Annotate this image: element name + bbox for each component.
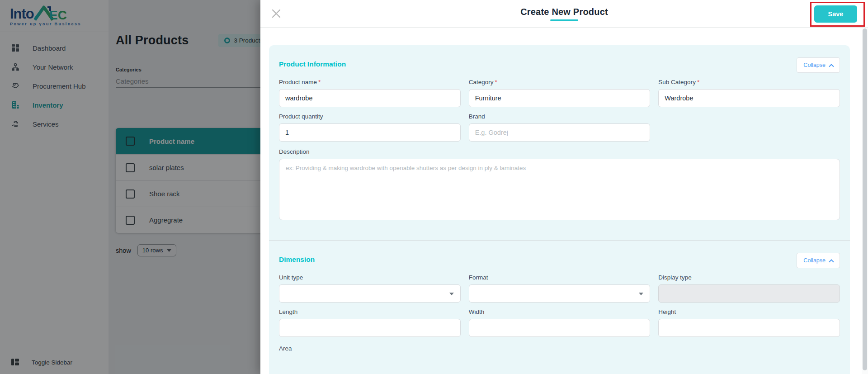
section-product-information: Product Information Collapse Product nam… [279, 45, 840, 220]
collapse-button[interactable]: Collapse [797, 57, 840, 73]
format-select[interactable] [469, 284, 651, 303]
field-display-type: Display type [658, 274, 840, 303]
field-length: Length [279, 308, 461, 337]
width-input[interactable] [469, 319, 651, 337]
form-card: Product Information Collapse Product nam… [269, 45, 850, 374]
category-input[interactable] [469, 89, 651, 107]
modal-backdrop[interactable] [0, 0, 260, 374]
modal-header: Create New Product Save [260, 0, 868, 28]
chevron-up-icon [829, 64, 834, 69]
product-name-input[interactable] [279, 89, 461, 107]
description-textarea[interactable] [279, 159, 840, 220]
field-format: Format [469, 274, 651, 303]
save-button-highlight: Save [810, 2, 865, 27]
close-icon[interactable] [269, 7, 283, 20]
field-unit-type: Unit type [279, 274, 461, 303]
modal-scrollbar-thumb[interactable] [863, 28, 867, 370]
collapse-button[interactable]: Collapse [797, 253, 840, 268]
modal-body: Product Information Collapse Product nam… [260, 28, 868, 374]
section-title: Product Information [279, 57, 346, 68]
title-underline [550, 19, 578, 21]
field-description: Description [279, 148, 840, 220]
create-product-modal: Create New Product Save Product Informat… [260, 0, 868, 374]
required-mark: * [697, 79, 699, 85]
required-mark: * [495, 79, 497, 85]
field-brand: Brand [469, 113, 651, 142]
product-quantity-input[interactable] [279, 123, 461, 142]
save-button[interactable]: Save [814, 5, 857, 23]
field-product-quantity: Product quantity [279, 113, 461, 142]
height-input[interactable] [658, 319, 840, 337]
screen: Into EC Power up your Business [0, 0, 868, 374]
length-input[interactable] [279, 319, 461, 337]
area-label: Area [279, 345, 292, 352]
chevron-up-icon [829, 259, 834, 264]
unit-type-select[interactable] [279, 284, 461, 303]
field-product-name: Product name* [279, 79, 461, 107]
field-height: Height [658, 308, 840, 337]
display-type-input [658, 284, 840, 303]
section-dimension: Dimension Collapse Unit type Format [279, 241, 840, 352]
caret-down-icon [639, 293, 643, 295]
field-category: Category* [469, 79, 651, 107]
section-title: Dimension [279, 253, 315, 264]
modal-title: Create New Product [520, 7, 608, 17]
required-mark: * [318, 79, 321, 85]
field-sub-category: Sub Category* [658, 79, 840, 107]
modal-scrollbar-track[interactable] [862, 28, 868, 374]
sub-category-input[interactable] [658, 89, 840, 107]
caret-down-icon [449, 293, 454, 295]
field-width: Width [469, 308, 651, 337]
brand-input[interactable] [469, 123, 651, 142]
